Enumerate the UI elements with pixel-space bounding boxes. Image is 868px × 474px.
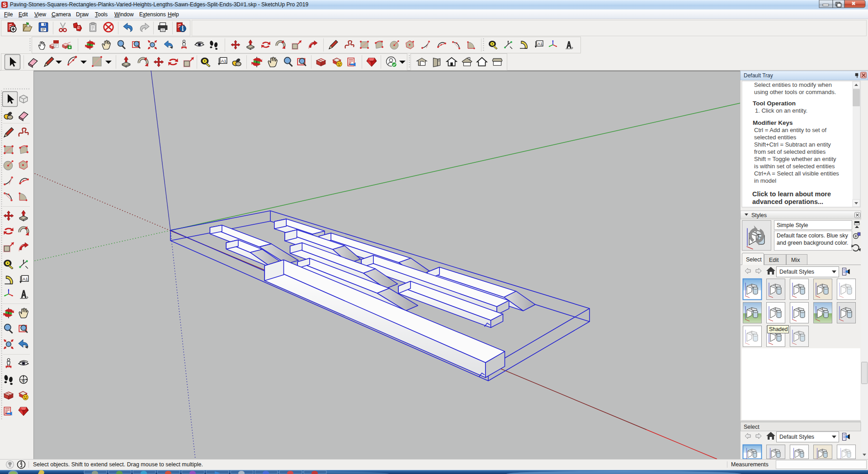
svg-text:using other tools or commands.: using other tools or commands. [754,89,836,95]
svg-text:Help: Help [168,11,179,18]
svg-text:Select entities to modify when: Select entities to modify when [754,81,832,88]
svg-text:is within set of selected enti: is within set of selected entities [754,163,835,170]
svg-text:Camera: Camera [52,11,71,18]
svg-text:Edit: Edit [19,11,28,18]
svg-text:Default Styles: Default Styles [779,434,814,440]
svg-text:Shaded: Shaded [769,326,788,332]
svg-text:Tool Operation: Tool Operation [753,100,796,107]
svg-text:Shift = Toggle whether an enti: Shift = Toggle whether an entity [754,156,836,162]
svg-text:File: File [4,11,13,18]
svg-text:Measurements: Measurements [731,461,769,468]
svg-text:1. Click on an entity.: 1. Click on an entity. [755,107,807,114]
svg-text:View: View [34,11,46,18]
svg-text:Shift+Ctrl = Subtract an entit: Shift+Ctrl = Subtract an entity [754,141,831,148]
svg-text:Select: Select [744,424,760,430]
svg-text:selected entities: selected entities [754,134,797,141]
svg-text:Click to learn about more: Click to learn about more [752,190,831,198]
svg-text:Select: Select [746,256,762,263]
svg-text:in model: in model [754,177,776,184]
svg-text:Window: Window [114,11,134,18]
svg-text:and green background color.: and green background color. [777,240,848,246]
svg-text:Styles: Styles [751,212,767,218]
svg-text:Draw: Draw [76,11,89,18]
svg-text:advanced operations...: advanced operations... [752,198,823,205]
svg-text:Modifier Keys: Modifier Keys [753,119,793,126]
svg-text:Paving-Stones-Squares-Rectangl: Paving-Stones-Squares-Rectangles-Planks-… [10,1,308,8]
svg-text:Default face colors. Blue sky: Default face colors. Blue sky [777,232,848,239]
svg-text:Ctrl = Add an entity to set of: Ctrl = Add an entity to set of [754,127,826,133]
svg-text:Select objects. Shift to exten: Select objects. Shift to extend select. … [33,461,203,468]
svg-text:Default Tray: Default Tray [744,72,773,79]
svg-text:Mix: Mix [791,257,800,263]
svg-text:from set of selected entities: from set of selected entities [754,148,826,155]
svg-text:Tools: Tools [95,11,108,18]
svg-text:Simple Style: Simple Style [777,222,808,228]
svg-text:Ctrl+A = Select all visible en: Ctrl+A = Select all visible entities [754,170,839,177]
svg-text:Edit: Edit [769,257,779,263]
svg-text:Extensions: Extensions [139,11,166,18]
svg-text:Default Styles: Default Styles [779,269,814,275]
